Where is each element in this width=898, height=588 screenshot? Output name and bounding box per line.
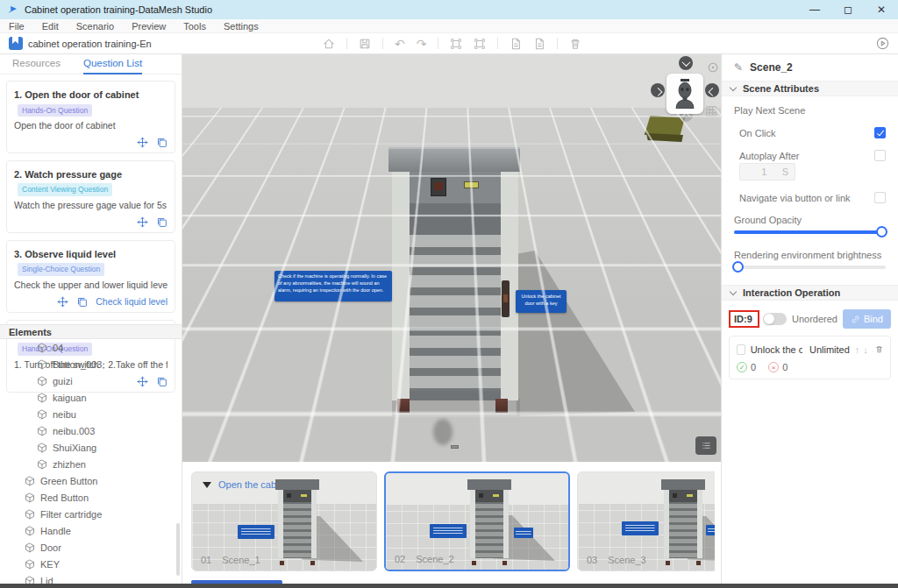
key-object[interactable] <box>451 445 459 449</box>
cube-icon <box>25 476 35 486</box>
autoplay-checkbox[interactable] <box>874 150 886 161</box>
preview-play-button[interactable] <box>876 37 889 50</box>
viewport-3d[interactable]: Check if the machine is operating normal… <box>182 54 721 462</box>
cube-icon <box>25 492 35 503</box>
move-up-button[interactable]: ↑ <box>855 344 860 355</box>
toolbar-divider <box>346 38 347 49</box>
move-down-button[interactable]: ↓ <box>863 344 868 355</box>
copy-icon[interactable] <box>156 137 167 148</box>
elements-scrollbar[interactable] <box>176 523 180 576</box>
interaction-item-checkbox[interactable] <box>737 344 745 355</box>
edit-scene-name-icon[interactable]: ✎ <box>734 61 743 74</box>
gizmo-rotate-down-button[interactable] <box>679 56 693 70</box>
scene-thumbnail-3[interactable]: 03Scene_3 <box>577 471 715 571</box>
door-lock-handle[interactable] <box>502 280 510 317</box>
element-item-04[interactable]: 04 <box>0 339 182 356</box>
tab-resources[interactable]: Resources <box>12 54 61 74</box>
liquid-level-indicator[interactable] <box>464 181 479 188</box>
copy-icon[interactable] <box>156 216 167 228</box>
scene-thumbnail-1[interactable]: Open the cabinet do 01Scene_1 <box>191 471 377 571</box>
focus-target-button[interactable] <box>707 61 719 74</box>
grid-toggle-button[interactable] <box>705 105 717 117</box>
redo-button[interactable]: ↷ <box>417 39 427 49</box>
move-icon[interactable] <box>57 296 68 308</box>
bind-button[interactable]: Bind <box>843 309 891 329</box>
cabinet-3d-model[interactable] <box>392 172 518 400</box>
tab-question-list[interactable]: Question List <box>83 54 142 74</box>
add-scene-button[interactable] <box>450 38 462 50</box>
minimize-button[interactable]: — <box>798 0 831 19</box>
fail-count: 0 <box>782 362 788 372</box>
ground-opacity-slider[interactable] <box>734 230 886 234</box>
element-item-zhizhen[interactable]: zhizhen <box>0 456 182 472</box>
paste-button[interactable] <box>533 38 545 50</box>
unordered-toggle[interactable] <box>763 313 787 325</box>
home-button[interactable] <box>323 38 335 50</box>
move-icon[interactable] <box>137 216 148 228</box>
element-item-key[interactable]: KEY <box>0 556 182 572</box>
menu-scenario[interactable]: Scenario <box>76 21 114 32</box>
gizmo-rotate-right-button[interactable] <box>651 83 665 97</box>
question-card-3[interactable]: 3. Observe liquid levelSingle-Choice Que… <box>6 240 175 313</box>
list-icon <box>701 441 712 450</box>
element-item-lid[interactable]: Lid <box>0 572 182 584</box>
element-item-neibu-003[interactable]: neibu.003 <box>0 422 182 439</box>
element-item-handle[interactable]: Handle <box>0 522 182 539</box>
menu-file[interactable]: File <box>9 21 25 32</box>
interaction-item-card[interactable]: Unlock the ca… Unlimited ↑ ↓ ✓0 ×0 <box>729 336 891 379</box>
view-orientation-gizmo[interactable] <box>666 74 703 114</box>
question-card-1[interactable]: 1. Open the door of cabinetHands-On Ques… <box>6 81 175 153</box>
element-item-guizi[interactable]: guizi <box>0 372 182 389</box>
project-name: cabinet operation training-En <box>28 39 152 49</box>
brightness-slider-thumb[interactable] <box>732 261 744 273</box>
cube-icon <box>37 376 47 386</box>
pressure-gage-display[interactable] <box>431 178 446 196</box>
element-item-green-button[interactable]: Green Button <box>0 472 182 489</box>
save-button[interactable] <box>359 38 371 50</box>
delete-button[interactable] <box>569 38 581 50</box>
navigate-checkbox[interactable] <box>874 192 886 203</box>
scene-annotation-right[interactable]: Unlock the cabinet door with a key <box>516 290 567 313</box>
element-item-button-003[interactable]: Button_003 <box>0 356 182 372</box>
elements-header: Elements <box>0 324 182 339</box>
element-item-filter-cartridge[interactable]: Filter cartridge <box>0 506 182 522</box>
interaction-id-highlight: ID:9 <box>729 310 759 328</box>
ground-opacity-slider-thumb[interactable] <box>876 226 887 237</box>
element-item-shuixiang[interactable]: ShuiXiang <box>0 439 182 456</box>
duplicate-scene-button[interactable] <box>474 38 486 50</box>
undo-button[interactable]: ↶ <box>395 39 405 49</box>
fail-count-icon: × <box>768 362 779 372</box>
element-item-red-button[interactable]: Red Button <box>0 489 182 506</box>
brightness-slider[interactable] <box>734 266 886 269</box>
maximize-button[interactable]: ◻ <box>831 0 865 19</box>
element-item-kaiguan[interactable]: kaiguan <box>0 389 182 406</box>
move-icon[interactable] <box>137 137 148 148</box>
section-scene-attributes[interactable]: Scene Attributes <box>722 81 898 96</box>
check-liquid-level-link[interactable]: Check liquid level <box>96 296 167 307</box>
menu-preview[interactable]: Preview <box>132 21 166 32</box>
autoplay-seconds-input[interactable] <box>746 166 782 177</box>
scene-annotation-left[interactable]: Check if the machine is operating normal… <box>274 271 392 301</box>
element-item-door[interactable]: Door <box>0 539 182 556</box>
menu-bar: File Edit Scenario Preview Tools Setting… <box>0 19 898 33</box>
copy-icon[interactable] <box>76 296 88 308</box>
interaction-item-limit: Unlimited <box>809 344 850 355</box>
on-click-checkbox[interactable] <box>874 127 886 138</box>
scene-thumbnail-2[interactable]: 02Scene_2 <box>384 471 570 571</box>
menu-edit[interactable]: Edit <box>42 21 59 32</box>
cabinet-top[interactable] <box>388 147 520 172</box>
delete-interaction-button[interactable] <box>875 344 883 355</box>
scene-list-button[interactable] <box>695 436 716 455</box>
element-item-neibu[interactable]: neibu <box>0 406 182 422</box>
section-interaction-operation[interactable]: Interaction Operation <box>722 285 898 301</box>
question-card-2[interactable]: 2. Watch pressure gageContent Viewing Qu… <box>6 160 175 233</box>
close-button[interactable]: ✕ <box>865 0 898 19</box>
menu-tools[interactable]: Tools <box>183 21 206 32</box>
app-logo-icon <box>7 4 18 15</box>
menu-settings[interactable]: Settings <box>224 21 259 32</box>
copy-button[interactable] <box>510 38 522 50</box>
gizmo-rotate-left-button[interactable] <box>705 83 719 97</box>
mini-annotation <box>430 524 467 538</box>
question-badge: Hands-On Question <box>18 104 92 117</box>
project-icon <box>9 37 23 50</box>
